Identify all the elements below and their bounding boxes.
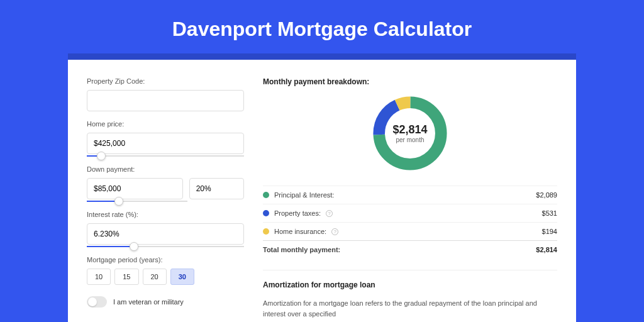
legend-dot-principal (263, 192, 269, 198)
interest-rate-field: Interest rate (%): (87, 211, 244, 247)
home-price-field: Home price: (87, 120, 244, 157)
zip-label: Property Zip Code: (87, 77, 244, 85)
legend-dot-taxes (263, 210, 269, 216)
donut-chart: $2,814 per month (369, 92, 451, 174)
info-icon[interactable]: ? (326, 210, 333, 217)
mortgage-period-field: Mortgage period (years): 10 15 20 30 (87, 256, 244, 285)
donut-center-amount: $2,814 (392, 123, 427, 136)
interest-rate-input[interactable] (87, 223, 244, 245)
donut-chart-wrap: $2,814 per month (263, 92, 557, 174)
donut-center: $2,814 per month (383, 106, 437, 160)
veteran-toggle[interactable] (87, 296, 107, 308)
amortization-title: Amortization for mortgage loan (263, 280, 557, 289)
calculator-panel: Property Zip Code: Home price: Down paym… (68, 60, 576, 322)
down-payment-field: Down payment: (87, 165, 244, 202)
legend-dot-insurance (263, 228, 269, 235)
breakdown-column: Monthly payment breakdown: $2,814 per mo… (263, 77, 557, 322)
period-option-15[interactable]: 15 (114, 269, 138, 285)
down-payment-slider-thumb[interactable] (114, 197, 123, 206)
interest-rate-slider-thumb[interactable] (130, 242, 138, 251)
legend-row-taxes: Property taxes: ? $531 (263, 204, 557, 222)
legend-row-principal: Principal & Interest: $2,089 (263, 186, 557, 204)
interest-rate-label: Interest rate (%): (87, 211, 244, 218)
legend-value-insurance: $194 (542, 228, 557, 235)
interest-rate-slider[interactable] (87, 246, 244, 247)
period-option-20[interactable]: 20 (143, 269, 167, 285)
down-payment-label: Down payment: (87, 165, 244, 173)
zip-input[interactable] (87, 90, 244, 111)
page-title: Davenport Mortgage Calculator (0, 0, 644, 53)
calculator-frame: Property Zip Code: Home price: Down paym… (68, 53, 576, 322)
info-icon[interactable]: ? (331, 228, 338, 235)
veteran-toggle-row: I am veteran or military (87, 296, 244, 308)
amortization-section: Amortization for mortgage loan Amortizat… (263, 270, 557, 319)
veteran-toggle-label: I am veteran or military (113, 298, 184, 306)
legend-row-insurance: Home insurance: ? $194 (263, 222, 557, 240)
down-payment-slider[interactable] (87, 201, 187, 202)
home-price-label: Home price: (87, 120, 244, 128)
legend-value-taxes: $531 (542, 209, 557, 217)
inputs-column: Property Zip Code: Home price: Down paym… (87, 77, 244, 322)
home-price-input[interactable] (87, 133, 244, 154)
zip-field: Property Zip Code: (87, 77, 244, 111)
veteran-toggle-knob (88, 297, 97, 306)
amortization-body: Amortization for a mortgage loan refers … (263, 298, 557, 319)
period-option-30[interactable]: 30 (170, 269, 194, 285)
donut-center-sub: per month (396, 136, 424, 143)
legend-value-total: $2,814 (536, 246, 557, 253)
legend-label-total: Total monthly payment: (263, 246, 340, 253)
breakdown-title: Monthly payment breakdown: (263, 77, 557, 86)
down-payment-amount-input[interactable] (87, 178, 183, 199)
mortgage-period-options: 10 15 20 30 (87, 269, 244, 285)
down-payment-percent-input[interactable] (189, 178, 244, 199)
legend-label-insurance: Home insurance: (274, 228, 326, 235)
legend-value-principal: $2,089 (536, 191, 557, 199)
home-price-slider[interactable] (87, 155, 244, 157)
legend-row-total: Total monthly payment: $2,814 (263, 240, 557, 258)
mortgage-period-label: Mortgage period (years): (87, 256, 244, 264)
legend-label-principal: Principal & Interest: (274, 191, 334, 199)
legend-label-taxes: Property taxes: (274, 209, 321, 217)
period-option-10[interactable]: 10 (87, 269, 111, 285)
home-price-slider-thumb[interactable] (97, 152, 106, 160)
